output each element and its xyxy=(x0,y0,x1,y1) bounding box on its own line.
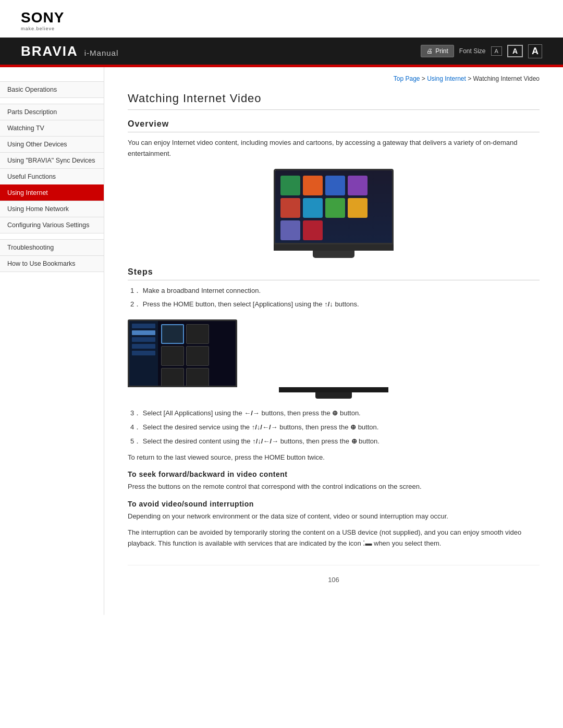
header-controls: 🖨 Print Font Size A A A xyxy=(421,44,542,58)
tv2-foot xyxy=(315,392,352,399)
print-icon: 🖨 xyxy=(426,47,433,55)
overview-heading: Overview xyxy=(128,119,540,132)
sony-logo: SONY xyxy=(21,9,542,26)
tv-tile-9 xyxy=(280,220,300,240)
page-footer: 106 xyxy=(128,565,540,594)
logo-area: SONY make.believe xyxy=(0,0,563,38)
tv-tile-8 xyxy=(348,198,368,218)
step-5: 5． Select the desired content using the … xyxy=(128,436,540,447)
sony-tagline: make.believe xyxy=(21,26,542,31)
sidebar-item-using-internet[interactable]: Using Internet xyxy=(0,184,104,201)
bravia-logo-text: BRAVIA xyxy=(21,43,78,59)
tv-tile-4 xyxy=(348,176,368,195)
sidebar-item-useful-functions[interactable]: Useful Functions xyxy=(0,168,104,185)
tv2-nav-item-1 xyxy=(132,324,155,328)
tv2-base xyxy=(279,387,388,392)
tv2-thumb-1 xyxy=(161,324,184,344)
tv2-thumb-6 xyxy=(186,368,209,387)
breadcrumb-current: Watching Internet Video xyxy=(473,75,540,82)
font-size-label: Font Size xyxy=(459,47,486,55)
screenshot-tv-1 xyxy=(128,169,540,258)
tv2-thumb-4 xyxy=(186,346,209,366)
step-1: 1． Make a broadband Internet connection. xyxy=(128,286,540,297)
tv2-nav-item-2 xyxy=(132,330,155,335)
tv2-nav xyxy=(129,321,158,386)
screenshot-tv-2 xyxy=(128,319,540,399)
step-2: 2． Press the HOME button, then select [A… xyxy=(128,299,540,310)
tv-screen-1 xyxy=(274,169,394,244)
font-small-button[interactable]: A xyxy=(491,46,502,56)
bravia-title: BRAVIA i-Manual xyxy=(21,43,118,59)
step-5-text: Select the desired content using the ↑/↓… xyxy=(143,437,380,445)
sidebar-item-using-bravia-sync[interactable]: Using "BRAVIA" Sync Devices xyxy=(0,152,104,169)
step-3-text: Select [All Applications] using the ←/→ … xyxy=(143,409,361,417)
sidebar-item-configuring-various[interactable]: Configuring Various Settings xyxy=(0,217,104,233)
tv-foot-1 xyxy=(313,251,354,258)
sidebar-item-parts-description[interactable]: Parts Description xyxy=(0,104,104,120)
sidebar-item-using-other-devices[interactable]: Using Other Devices xyxy=(0,136,104,153)
header-bar: BRAVIA i-Manual 🖨 Print Font Size A A A xyxy=(0,38,563,65)
avoid-heading: To avoid video/sound interruption xyxy=(128,500,540,508)
tv2-thumb-5 xyxy=(161,368,184,387)
seek-text: Press the buttons on the remote control … xyxy=(128,482,540,492)
font-large-button[interactable]: A xyxy=(528,44,542,58)
tv-tile-7 xyxy=(325,198,345,218)
sidebar-item-troubleshooting[interactable]: Troubleshooting xyxy=(0,239,104,256)
tv-tile-10 xyxy=(303,220,323,240)
step-4-text: Select the desired service using the ↑/↓… xyxy=(143,423,379,431)
tv-tile-6 xyxy=(303,198,323,218)
tv2-nav-item-3 xyxy=(132,337,155,342)
tv2-screen xyxy=(128,319,237,387)
breadcrumb-sep2: > xyxy=(468,75,473,82)
tv2-content xyxy=(158,321,236,386)
tv-tile-2 xyxy=(303,176,323,195)
overview-text: You can enjoy Internet video content, in… xyxy=(128,138,540,159)
breadcrumb: Top Page > Using Internet > Watching Int… xyxy=(128,75,540,82)
tv-info-bar xyxy=(280,243,387,244)
tv-base-1 xyxy=(274,244,394,251)
tv-graphic-1 xyxy=(274,169,394,258)
sidebar-item-basic-operations[interactable]: Basic Operations xyxy=(0,81,104,98)
tv-screen-inner-1 xyxy=(275,170,392,243)
steps-list: 1． Make a broadband Internet connection.… xyxy=(128,286,540,311)
tv2-nav-item-5 xyxy=(132,351,155,355)
steps-list-2: 3． Select [All Applications] using the ←… xyxy=(128,408,540,447)
font-medium-button[interactable]: A xyxy=(507,45,523,57)
breadcrumb-sep1: > xyxy=(422,75,427,82)
tv-tile-5 xyxy=(280,198,300,218)
tv-tile-3 xyxy=(325,176,345,195)
content-area: Top Page > Using Internet > Watching Int… xyxy=(104,67,563,615)
step-3: 3． Select [All Applications] using the ←… xyxy=(128,408,540,419)
step-1-text: Make a broadband Internet connection. xyxy=(143,287,261,294)
print-label: Print xyxy=(435,47,448,55)
tv2-thumb-2 xyxy=(186,324,209,344)
step-4: 4． Select the desired service using the … xyxy=(128,422,540,433)
sidebar-item-watching-tv[interactable]: Watching TV xyxy=(0,120,104,137)
seek-heading: To seek forward/backward in video conten… xyxy=(128,470,540,478)
avoid-text-1: Depending on your network environment or… xyxy=(128,511,540,522)
main-layout: Basic Operations Parts Description Watch… xyxy=(0,67,563,615)
page-number: 106 xyxy=(328,576,339,584)
page-title: Watching Internet Video xyxy=(128,92,540,110)
breadcrumb-using-internet[interactable]: Using Internet xyxy=(427,75,466,82)
print-button[interactable]: 🖨 Print xyxy=(421,45,454,57)
tv2-thumb-3 xyxy=(161,346,184,366)
tv-tile-1 xyxy=(280,176,300,195)
sidebar: Basic Operations Parts Description Watch… xyxy=(0,67,104,615)
avoid-text-2: The interruption can be avoided by tempo… xyxy=(128,527,540,549)
step-2-text: Press the HOME button, then select [Appl… xyxy=(143,300,359,308)
imanual-label: i-Manual xyxy=(84,48,119,57)
tv2-nav-item-4 xyxy=(132,344,155,349)
breadcrumb-top-page[interactable]: Top Page xyxy=(394,75,420,82)
return-text: To return to the last viewed source, pre… xyxy=(128,452,540,463)
sidebar-item-how-to-use-bookmarks[interactable]: How to Use Bookmarks xyxy=(0,255,104,272)
steps-heading: Steps xyxy=(128,267,540,280)
sidebar-item-using-home-network[interactable]: Using Home Network xyxy=(0,201,104,217)
